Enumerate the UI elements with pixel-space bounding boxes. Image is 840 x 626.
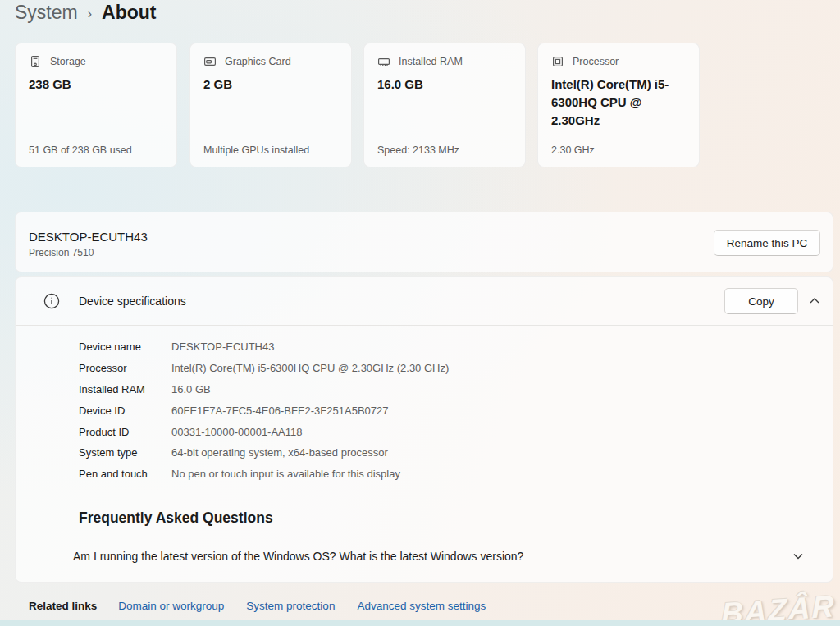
storage-card-caption: 51 GB of 238 GB used	[29, 144, 132, 156]
breadcrumb-separator-icon: ›	[88, 4, 92, 21]
summary-card-row: Storage 238 GB 51 GB of 238 GB used Grap…	[0, 43, 840, 167]
ram-card-label: Installed RAM	[399, 56, 463, 67]
spec-value: 60FE1F7A-7FC5-4E06-BFE2-3F251A5B0727	[171, 404, 388, 417]
page-title: About	[102, 2, 156, 24]
spec-label: Product ID	[79, 426, 171, 438]
graphics-card-label: Graphics Card	[225, 56, 291, 67]
breadcrumb-system[interactable]: System	[15, 2, 78, 24]
spec-table: Device name DESKTOP-ECUTH43 Processor In…	[79, 336, 449, 485]
related-links-label: Related links	[29, 600, 97, 612]
device-specifications-title: Device specifications	[79, 295, 186, 308]
related-links: Related links Domain or workgroup System…	[29, 600, 508, 612]
storage-card-label: Storage	[50, 56, 86, 67]
link-domain-or-workgroup[interactable]: Domain or workgroup	[118, 600, 224, 612]
chevron-up-icon[interactable]	[808, 295, 821, 308]
storage-icon	[29, 55, 42, 68]
bottom-accent-strip	[0, 620, 840, 626]
storage-card-value: 238 GB	[29, 75, 163, 94]
spec-label: Pen and touch	[79, 468, 171, 480]
link-advanced-system-settings[interactable]: Advanced system settings	[357, 600, 486, 612]
rename-pc-button[interactable]: Rename this PC	[714, 230, 820, 256]
divider	[16, 325, 833, 326]
spec-label: System type	[79, 446, 171, 459]
faq-title: Frequently Asked Questions	[79, 509, 273, 527]
ram-card-value: 16.0 GB	[377, 75, 512, 94]
device-specifications-panel: Device specifications Copy Device name D…	[15, 276, 833, 583]
spec-value: No pen or touch input is available for t…	[171, 468, 400, 480]
copy-button[interactable]: Copy	[724, 288, 798, 314]
graphics-card: Graphics Card 2 GB Multiple GPUs install…	[189, 43, 352, 167]
device-model: Precision 7510	[29, 247, 94, 258]
graphics-card-value: 2 GB	[203, 75, 338, 94]
processor-card-label: Processor	[573, 56, 619, 67]
link-system-protection[interactable]: System protection	[246, 600, 335, 612]
chevron-down-icon[interactable]	[792, 550, 805, 563]
spec-value: Intel(R) Core(TM) i5-6300HQ CPU @ 2.30GH…	[171, 362, 449, 374]
info-icon	[43, 292, 61, 310]
table-row: Pen and touch No pen or touch input is a…	[79, 464, 449, 485]
spec-label: Device ID	[79, 404, 171, 417]
ram-card: Installed RAM 16.0 GB Speed: 2133 MHz	[363, 43, 526, 167]
processor-icon	[551, 55, 564, 68]
processor-card-caption: 2.30 GHz	[551, 144, 595, 156]
faq-question: Am I running the latest version of the W…	[73, 550, 792, 563]
spec-value: DESKTOP-ECUTH43	[171, 340, 274, 353]
divider	[16, 491, 833, 491]
faq-question-row[interactable]: Am I running the latest version of the W…	[73, 545, 805, 568]
table-row: Device ID 60FE1F7A-7FC5-4E06-BFE2-3F251A…	[79, 400, 449, 421]
spec-label: Processor	[79, 362, 171, 374]
spec-value: 00331-10000-00001-AA118	[171, 426, 303, 438]
storage-card: Storage 238 GB 51 GB of 238 GB used	[15, 43, 177, 167]
device-name: DESKTOP-ECUTH43	[29, 230, 148, 244]
table-row: Installed RAM 16.0 GB	[79, 379, 449, 400]
spec-label: Device name	[79, 340, 171, 353]
graphics-icon	[203, 55, 217, 68]
device-specifications-header[interactable]: Device specifications Copy	[16, 277, 833, 325]
graphics-card-caption: Multiple GPUs installed	[203, 144, 309, 156]
breadcrumb: System › About	[15, 2, 156, 24]
processor-card: Processor Intel(R) Core(TM) i5-6300HQ CP…	[537, 43, 700, 167]
table-row: Product ID 00331-10000-00001-AA118	[79, 421, 449, 442]
table-row: Device name DESKTOP-ECUTH43	[79, 336, 449, 358]
table-row: Processor Intel(R) Core(TM) i5-6300HQ CP…	[79, 358, 449, 379]
spec-value: 64-bit operating system, x64-based proce…	[171, 446, 388, 459]
spec-value: 16.0 GB	[171, 383, 211, 395]
table-row: System type 64-bit operating system, x64…	[79, 442, 449, 464]
ram-card-caption: Speed: 2133 MHz	[377, 144, 459, 156]
spec-label: Installed RAM	[79, 383, 171, 395]
device-name-panel: DESKTOP-ECUTH43 Precision 7510 Rename th…	[15, 212, 833, 272]
ram-icon	[377, 55, 390, 68]
processor-card-value: Intel(R) Core(TM) i5-6300HQ CPU @ 2.30GH…	[551, 75, 686, 130]
